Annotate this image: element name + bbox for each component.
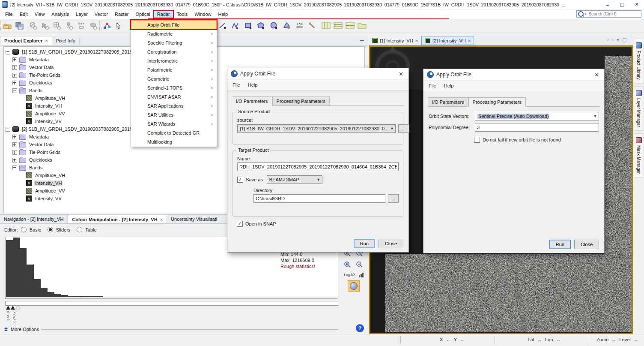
search-dropdown-icon[interactable]: ▾ bbox=[585, 12, 587, 16]
menu-item-sar-applications[interactable]: SAR Applications› bbox=[131, 101, 217, 110]
menu-item-polarimetric[interactable]: Polarimetric› bbox=[131, 65, 217, 74]
dialog-menu-file[interactable]: File bbox=[233, 82, 240, 87]
expand-minus-icon[interactable] bbox=[6, 127, 10, 132]
save-product-icon[interactable] bbox=[15, 21, 25, 31]
import-vector-icon[interactable] bbox=[40, 21, 51, 31]
tab-io-parameters[interactable]: I/O Parameters bbox=[428, 97, 468, 106]
menu-item-multilooking[interactable]: Multilooking bbox=[131, 137, 217, 146]
close-icon[interactable]: × bbox=[468, 38, 471, 43]
tab-io-parameters[interactable]: I/O Parameters bbox=[232, 96, 272, 106]
tab-colour-manipulation[interactable]: Colour Manipulation - [2] Intensity_VH × bbox=[68, 215, 167, 223]
directory-browse-button[interactable]: ... bbox=[388, 194, 399, 203]
menu-item-envisat-asar[interactable]: ENVISAT ASAR› bbox=[131, 92, 217, 101]
radio-basic[interactable] bbox=[21, 227, 27, 232]
no-data-overlay-icon[interactable] bbox=[28, 21, 39, 31]
expand-minus-icon[interactable] bbox=[6, 50, 10, 54]
menu-item-apply-orbit-file[interactable]: Apply Orbit File bbox=[131, 20, 217, 29]
polynomial-degree-input[interactable] bbox=[475, 123, 599, 132]
expand-plus-icon[interactable] bbox=[12, 142, 17, 147]
search-input[interactable] bbox=[588, 11, 640, 17]
close-icon[interactable]: × bbox=[160, 217, 163, 222]
menu-tools[interactable]: Tools bbox=[173, 10, 191, 18]
log10-toggle[interactable]: Log10 bbox=[344, 273, 355, 277]
menu-view[interactable]: View bbox=[31, 10, 48, 18]
zoom-out-icon[interactable] bbox=[356, 261, 364, 269]
menu-item-complex-to-detected-gr[interactable]: Complex to Detected GR bbox=[131, 128, 217, 137]
maximize-button[interactable]: ▢ bbox=[615, 2, 629, 7]
expand-plus-icon[interactable] bbox=[12, 150, 17, 155]
maximize-view-icon[interactable]: ▢ bbox=[622, 37, 627, 43]
expand-plus-icon[interactable] bbox=[12, 135, 17, 139]
expand-plus-icon[interactable] bbox=[12, 158, 17, 162]
tab-uncertainty[interactable]: Uncertainty Visualisati bbox=[167, 215, 221, 223]
menu-vector[interactable]: Vector bbox=[91, 10, 111, 18]
slider-thumb[interactable] bbox=[11, 306, 15, 310]
expand-plus-icon[interactable] bbox=[12, 57, 17, 62]
radio-table[interactable] bbox=[77, 227, 82, 232]
help-button[interactable]: ? bbox=[356, 324, 364, 332]
tie-point-grid-overlay-icon[interactable] bbox=[52, 21, 63, 31]
scroll-right-icon[interactable]: › bbox=[612, 37, 614, 43]
menu-radar[interactable]: Radar bbox=[154, 10, 173, 18]
colour-gradient-strip[interactable] bbox=[5, 301, 338, 306]
radio-sliders[interactable] bbox=[48, 227, 53, 232]
format-combo[interactable]: BEAM-DIMAP ▼ bbox=[267, 175, 322, 184]
orbit-state-vectors-combo[interactable]: Sentinel Precise (Auto Download) ▼ bbox=[475, 112, 599, 120]
close-dialog-button[interactable]: Close bbox=[574, 240, 599, 249]
scroll-left-icon[interactable]: ‹ bbox=[607, 37, 609, 43]
draw-line-icon[interactable] bbox=[218, 21, 228, 31]
dialog-titlebar[interactable]: Apply Orbit File ✕ bbox=[227, 68, 408, 80]
close-dialog-button[interactable]: Close bbox=[379, 239, 403, 248]
run-button[interactable]: Run bbox=[549, 240, 571, 249]
zoom-in-icon[interactable] bbox=[344, 261, 352, 269]
draw-polygon-icon[interactable] bbox=[256, 21, 266, 31]
panel-collapse-icon[interactable]: — bbox=[360, 38, 364, 42]
menu-analysis[interactable]: Analysis bbox=[48, 10, 72, 18]
target-name-input[interactable] bbox=[237, 162, 399, 171]
minimize-button[interactable]: – bbox=[600, 2, 615, 7]
save-as-checkbox[interactable] bbox=[237, 177, 243, 183]
dialog-close-button[interactable]: ✕ bbox=[397, 71, 405, 77]
mask-overlay-icon[interactable] bbox=[88, 21, 98, 31]
menu-item-sar-utilities[interactable]: SAR Utilities› bbox=[131, 110, 217, 119]
tab-navigation[interactable]: Navigation - [2] Intensity_VH bbox=[0, 215, 68, 223]
draw-rectangle-icon[interactable] bbox=[243, 21, 253, 31]
expand-minus-icon[interactable] bbox=[12, 88, 17, 93]
menu-item-geometric[interactable]: Geometric› bbox=[131, 74, 217, 83]
open-folder-view-icon[interactable] bbox=[357, 21, 367, 31]
insert-shape-icon[interactable] bbox=[282, 21, 292, 31]
close-icon[interactable]: × bbox=[415, 38, 418, 43]
tab-mask-manager[interactable]: Mask Manager bbox=[634, 133, 644, 178]
menu-optical[interactable]: Optical bbox=[132, 10, 153, 18]
log-bars-icon[interactable] bbox=[359, 272, 364, 277]
tab-pixel-info[interactable]: Pixel Info bbox=[52, 36, 80, 45]
menu-edit[interactable]: Edit bbox=[16, 10, 31, 18]
menu-item-sentinel1-tops[interactable]: Sentinel-1 TOPS› bbox=[131, 83, 217, 92]
expand-plus-icon[interactable] bbox=[12, 65, 17, 70]
open-product-icon[interactable] bbox=[3, 21, 13, 31]
menu-item-interferometric[interactable]: Interferometric› bbox=[131, 56, 217, 65]
more-options-row[interactable]: More Options bbox=[4, 327, 338, 332]
tile-single-icon[interactable] bbox=[321, 21, 331, 31]
run-button[interactable]: Run bbox=[354, 239, 375, 248]
magic-wand-icon[interactable] bbox=[307, 21, 318, 31]
search-box[interactable]: ▾ bbox=[576, 10, 641, 18]
gcp-overlay-icon[interactable] bbox=[76, 21, 86, 31]
open-in-snap-checkbox[interactable] bbox=[237, 221, 243, 227]
menu-raster[interactable]: Raster bbox=[111, 10, 132, 18]
tile-horizontally-icon[interactable] bbox=[333, 21, 343, 31]
tab-layer-manager[interactable]: Layer Manager bbox=[634, 86, 644, 131]
tab-product-explorer[interactable]: Product Explorer × bbox=[0, 36, 52, 45]
tab-list-icon[interactable]: ▾ bbox=[617, 37, 619, 43]
close-icon[interactable]: × bbox=[45, 38, 48, 43]
menu-window[interactable]: Window bbox=[191, 10, 215, 18]
expand-plus-icon[interactable] bbox=[12, 81, 17, 85]
editor-tab-2[interactable]: [2] Intensity_VH × bbox=[421, 36, 474, 45]
expand-minus-icon[interactable] bbox=[12, 165, 17, 170]
menu-item-coregistration[interactable]: Coregistration› bbox=[131, 47, 217, 56]
dialog-close-button[interactable]: ✕ bbox=[593, 72, 601, 78]
dialog-titlebar[interactable]: Apply Orbit File ✕ bbox=[423, 69, 604, 81]
do-not-fail-checkbox[interactable] bbox=[474, 137, 480, 143]
draw-polyline-icon[interactable] bbox=[230, 21, 241, 31]
pin-network-tool-icon[interactable] bbox=[102, 21, 112, 31]
